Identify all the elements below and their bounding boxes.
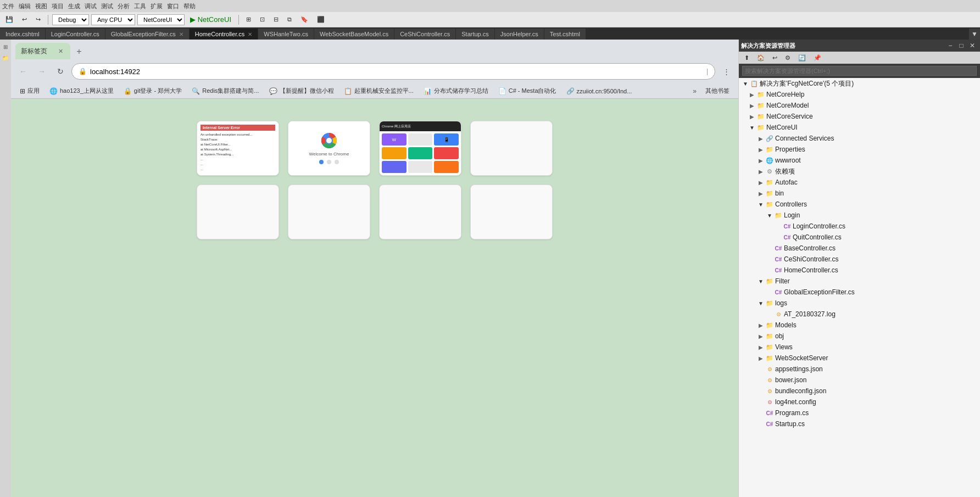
- se-item-wwwroot[interactable]: ▶ 🌐 wwwroot: [739, 155, 980, 166]
- vs-menu-extensions[interactable]: 扩展: [151, 2, 163, 10]
- thumbnail-7[interactable]: [379, 185, 461, 239]
- editor-tab-index[interactable]: Index.cshtml: [0, 29, 46, 40]
- vs-menu-project[interactable]: 项目: [52, 2, 64, 10]
- toolbar-btn-2[interactable]: ⊡: [257, 15, 268, 24]
- editor-tab-login[interactable]: LoginController.cs: [46, 29, 105, 40]
- se-item-quitcontroller[interactable]: ▶ C# QuitController.cs: [739, 232, 980, 243]
- editor-tab-websocket[interactable]: WebSocketBaseModel.cs: [314, 29, 394, 40]
- se-item-homecontroller[interactable]: ▶ C# HomeController.cs: [739, 265, 980, 276]
- editor-tab-test[interactable]: Test.cshtml: [544, 29, 586, 40]
- thumbnail-8[interactable]: [470, 185, 553, 239]
- vs-menu-window[interactable]: 窗口: [167, 2, 179, 10]
- se-item-models[interactable]: ▶ 📁 Models: [739, 320, 980, 331]
- vs-menu-tools[interactable]: 工具: [134, 2, 146, 10]
- bookmark-hao123[interactable]: 🌐 hao123_上网从这里: [45, 85, 118, 97]
- thumbnail-1[interactable]: Internal Server Error An unhandled excep…: [197, 121, 279, 176]
- browser-tab-active[interactable]: 新标签页 ✕: [15, 43, 70, 59]
- vs-menu-build[interactable]: 生成: [68, 2, 80, 10]
- se-tool-btn-5[interactable]: 🔄: [795, 53, 809, 63]
- se-item-logincontroller[interactable]: ▶ C# LoginController.cs: [739, 221, 980, 232]
- se-item-netcorehelp[interactable]: ▶ 📁 NetCoreHelp: [739, 89, 980, 100]
- reload-button[interactable]: ↻: [53, 64, 68, 79]
- bookmark-wechat[interactable]: 💬 【新提醒】微信小程: [265, 85, 338, 97]
- se-item-controllers[interactable]: ▼ 📁 Controllers: [739, 199, 980, 210]
- run-button[interactable]: ▶ NetCoreUI: [187, 14, 235, 25]
- back-button[interactable]: ←: [15, 64, 31, 79]
- se-item-log4net[interactable]: ▶ ⚙ log4net.config: [739, 397, 980, 407]
- address-input[interactable]: [90, 68, 706, 76]
- vs-menu-test[interactable]: 测试: [101, 2, 113, 10]
- se-btn-minimize[interactable]: −: [945, 40, 956, 51]
- editor-tab-globalexception[interactable]: GlobalExceptionFilter.cs✕: [105, 29, 190, 40]
- se-item-netcoreui[interactable]: ▼ 📁 NetCoreUI: [739, 122, 980, 133]
- se-item-appsettings[interactable]: ▶ ⚙ appsettings.json: [739, 364, 980, 375]
- bookmark-git[interactable]: 🔒 git登录 - 郑州大学: [119, 85, 186, 97]
- se-item-solution[interactable]: ▼ 📋 解决方案'FcgNetCore'(5 个项目): [739, 78, 980, 89]
- editor-tab-startup[interactable]: Startup.cs: [456, 29, 495, 40]
- vs-sidebar-btn-1[interactable]: ⊞: [1, 42, 10, 52]
- new-tab-button[interactable]: +: [71, 44, 87, 59]
- toolbar-btn-1[interactable]: ⊞: [243, 15, 254, 24]
- se-btn-maximize[interactable]: □: [956, 40, 967, 51]
- se-tool-btn-4[interactable]: ⚙: [782, 53, 794, 63]
- se-item-autofac[interactable]: ▶ 📁 Autofac: [739, 177, 980, 188]
- forward-button[interactable]: →: [34, 64, 49, 79]
- toolbar-btn-3[interactable]: ⊟: [270, 15, 282, 24]
- se-tool-btn-3[interactable]: ↩: [769, 53, 781, 63]
- se-btn-close[interactable]: ✕: [967, 40, 978, 51]
- bookmark-mesta[interactable]: 📄 C# - Mesta自动化: [494, 85, 561, 97]
- close-homecontroller-tab[interactable]: ✕: [248, 31, 252, 37]
- se-item-dependencies[interactable]: ▶ ⚙ 依赖项: [739, 166, 980, 177]
- se-tool-btn-1[interactable]: ⬆: [741, 53, 753, 63]
- editor-tab-homecontroller[interactable]: HomeController.cs✕: [190, 29, 258, 40]
- se-item-obj[interactable]: ▶ 📁 obj: [739, 331, 980, 342]
- se-search-input[interactable]: [742, 66, 977, 76]
- vs-menu-analyze[interactable]: 分析: [118, 2, 130, 10]
- editor-tab-overflow[interactable]: ▼: [969, 29, 980, 40]
- debug-mode-dropdown[interactable]: Debug: [52, 14, 89, 25]
- vs-menu-edit[interactable]: 编辑: [19, 2, 31, 10]
- se-item-basecontroller[interactable]: ▶ C# BaseController.cs: [739, 243, 980, 254]
- se-item-startup[interactable]: ▶ C# Startup.cs: [739, 418, 980, 429]
- bookmarks-more-button[interactable]: »: [689, 86, 700, 96]
- se-item-ceshicontroller[interactable]: ▶ C# CeShiController.cs: [739, 254, 980, 265]
- browser-tab-close[interactable]: ✕: [56, 47, 65, 55]
- se-item-filter[interactable]: ▼ 📁 Filter: [739, 276, 980, 287]
- se-item-bundleconfig[interactable]: ▶ ⚙ bundleconfig.json: [739, 386, 980, 397]
- se-item-properties[interactable]: ▶ 📁 Properties: [739, 144, 980, 155]
- project-dropdown[interactable]: NetCoreUI: [137, 14, 185, 25]
- bookmark-other[interactable]: 其他书签: [701, 85, 734, 97]
- thumbnail-5[interactable]: [197, 185, 279, 239]
- se-tool-btn-6[interactable]: 📌: [810, 53, 825, 63]
- se-item-websocketserver[interactable]: ▶ 📁 WebSocketServer: [739, 353, 980, 364]
- vs-menu-help[interactable]: 帮助: [183, 2, 196, 10]
- thumbnail-2[interactable]: Welcome to Chrome: [288, 121, 370, 176]
- se-item-log-file[interactable]: ▶ ⚙ AT_20180327.log: [739, 309, 980, 320]
- toolbar-redo[interactable]: ↪: [32, 15, 44, 24]
- toolbar-undo[interactable]: ↩: [19, 15, 30, 24]
- browser-menu-button[interactable]: ⋮: [719, 64, 734, 79]
- close-globalexception-tab[interactable]: ✕: [179, 31, 183, 37]
- vs-menu-debug[interactable]: 调试: [85, 2, 97, 10]
- thumbnail-6[interactable]: [288, 185, 370, 239]
- se-item-netcoreservice[interactable]: ▶ 📁 NetCoreService: [739, 111, 980, 122]
- se-item-login-folder[interactable]: ▼ 📁 Login: [739, 210, 980, 221]
- toolbar-save-all[interactable]: 💾: [2, 15, 16, 24]
- cpu-target-dropdown[interactable]: Any CPU: [91, 14, 135, 25]
- toolbar-btn-4[interactable]: ⧉: [284, 15, 295, 24]
- bookmark-zzui[interactable]: 🔗 zzuiiot.cn:9500/Ind...: [562, 86, 637, 97]
- se-item-bin[interactable]: ▶ 📁 bin: [739, 188, 980, 199]
- se-item-program[interactable]: ▶ C# Program.cs: [739, 407, 980, 418]
- thumbnail-3[interactable]: Chrome 网上应用店 W 📱: [379, 121, 461, 176]
- se-item-globalexception[interactable]: ▶ C# GlobalExceptionFilter.cs: [739, 287, 980, 298]
- toolbar-btn-5[interactable]: 🔖: [297, 15, 311, 24]
- vs-menu-view[interactable]: 视图: [35, 2, 47, 10]
- bookmark-distributed[interactable]: 📊 分布式储存学习总结: [419, 85, 493, 97]
- editor-tab-ceshi[interactable]: CeShiController.cs: [394, 29, 456, 40]
- vs-menu-file[interactable]: 文件: [2, 2, 14, 10]
- bookmark-crane[interactable]: 📋 起重机械安全监控平...: [339, 85, 418, 97]
- se-item-netcoremodel[interactable]: ▶ 📁 NetCoreModel: [739, 100, 980, 111]
- se-item-logs[interactable]: ▼ 📁 logs: [739, 298, 980, 309]
- vs-sidebar-btn-2[interactable]: 📁: [1, 53, 10, 63]
- bookmark-redis[interactable]: 🔍 Redis集群搭建与简...: [187, 85, 263, 97]
